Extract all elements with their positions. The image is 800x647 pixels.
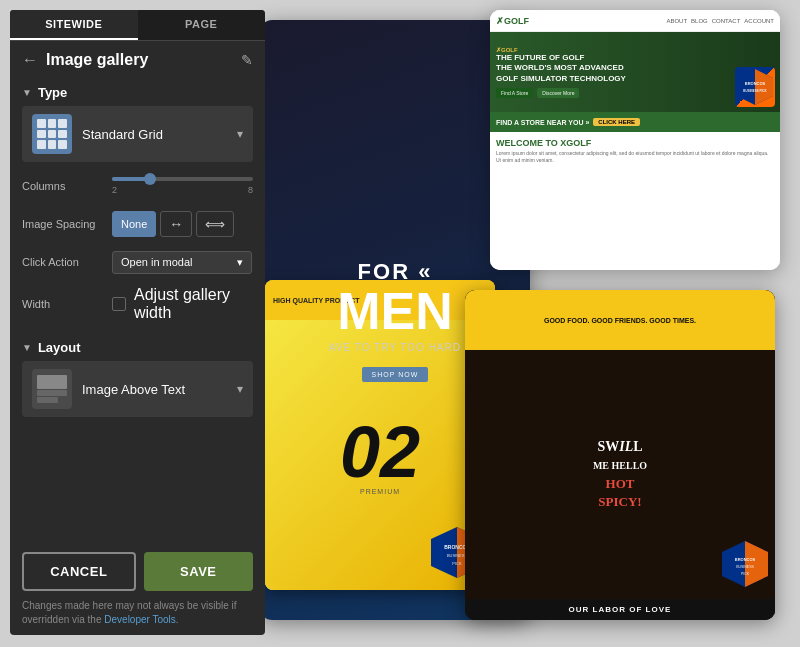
golf-logo: ✗GOLF <box>496 16 529 26</box>
panel-body: ▼ Type Standard Grid ▾ Columns <box>10 77 265 542</box>
golf-btn1: Find A Store <box>496 88 533 98</box>
layout-section-label: Layout <box>38 340 81 355</box>
save-button[interactable]: SAVE <box>144 552 254 591</box>
columns-control: 2 ··· 8 <box>112 177 253 195</box>
width-label: Width <box>22 298 112 310</box>
panel-title: Image gallery <box>46 51 241 69</box>
columns-row: Columns 2 ··· 8 <box>22 172 253 200</box>
spacing-buttons: None ↔ ⟺ <box>112 211 253 237</box>
click-action-row: Click Action Open in modal ▾ <box>22 248 253 276</box>
food-beer-area: BRONCOS BUSINESS PICK <box>720 539 770 589</box>
slider-labels: 2 ··· 8 <box>112 185 253 195</box>
type-section-header[interactable]: ▼ Type <box>22 77 253 106</box>
product-number: 02 <box>340 416 420 488</box>
type-arrow-icon: ▼ <box>22 87 32 98</box>
back-button[interactable]: ← <box>22 51 38 69</box>
developer-tools-link[interactable]: Developer Tools <box>104 614 176 625</box>
food-header: GOOD FOOD. GOOD FRIENDS. GOOD TIMES. <box>465 290 775 350</box>
golf-btn2: Discover More <box>537 88 579 98</box>
tab-page[interactable]: PAGE <box>138 10 266 40</box>
btn-row: CANCEL SAVE <box>22 552 253 591</box>
food-footer-text: OUR LABOR OF LOVE <box>471 605 769 614</box>
svg-text:PICK: PICK <box>741 572 750 576</box>
footer-note-end: . <box>176 614 179 625</box>
edit-icon[interactable]: ✎ <box>241 52 253 68</box>
width-row: Width Adjust gallery width <box>22 286 253 322</box>
food-overlay-text: Swill Me hello HOTSPICY! <box>583 428 657 521</box>
width-checkbox-row: Adjust gallery width <box>112 286 253 322</box>
sc-for-text: FOR « <box>329 259 461 285</box>
width-checkbox-label: Adjust gallery width <box>134 286 253 322</box>
columns-label: Columns <box>22 180 112 192</box>
tab-sitewide[interactable]: SITEWIDE <box>10 10 138 40</box>
screenshot-golf: ✗GOLF ABOUT BLOG CONTACT ACCOUNT ✗GOLF T… <box>490 10 780 270</box>
svg-marker-6 <box>755 69 773 105</box>
golf-badge: BRONCOS BUSINESS PICK <box>735 67 775 107</box>
panel-header: ← Image gallery ✎ <box>10 41 265 77</box>
type-selector-arrow: ▾ <box>237 127 243 141</box>
svg-text:BRONCOS: BRONCOS <box>735 557 756 562</box>
type-selector[interactable]: Standard Grid ▾ <box>22 106 253 162</box>
sc-men-text: MEN <box>329 285 461 337</box>
golf-hero: ✗GOLF THE FUTURE OF GOLFThe World's Most… <box>490 32 780 112</box>
layout-selector-label: Image Above Text <box>82 382 237 397</box>
panel-footer: CANCEL SAVE Changes made here may not al… <box>10 542 265 635</box>
columns-slider[interactable]: 2 ··· 8 <box>112 177 253 195</box>
golf-welcome: WELCOME TO XGOLF Lorem ipsum dolor sit a… <box>490 132 780 170</box>
slider-max: 8 <box>248 185 253 195</box>
slider-min: 2 <box>112 185 117 195</box>
food-footer: OUR LABOR OF LOVE <box>465 599 775 620</box>
svg-text:BUSINESS: BUSINESS <box>736 565 754 569</box>
width-control: Adjust gallery width <box>112 286 253 322</box>
click-action-control: Open in modal ▾ <box>112 251 253 274</box>
layout-section-header[interactable]: ▼ Layout <box>22 332 253 361</box>
click-action-select[interactable]: Open in modal ▾ <box>112 251 252 274</box>
click-action-arrow: ▾ <box>237 256 243 269</box>
image-spacing-row: Image Spacing None ↔ ⟺ <box>22 210 253 238</box>
layout-selector-arrow: ▾ <box>237 382 243 396</box>
spacing-none-btn[interactable]: None <box>112 211 156 237</box>
layout-icon <box>32 369 72 409</box>
slider-thumb[interactable] <box>144 173 156 185</box>
footer-note: Changes made here may not always be visi… <box>22 599 253 627</box>
slider-fill <box>112 177 147 181</box>
golf-nav: ✗GOLF ABOUT BLOG CONTACT ACCOUNT <box>490 10 780 32</box>
settings-panel: SITEWIDE PAGE ← Image gallery ✎ ▼ Type S… <box>10 10 265 635</box>
type-grid-icon <box>32 114 72 154</box>
image-spacing-label: Image Spacing <box>22 218 112 230</box>
golf-click-here: Click Here <box>593 118 640 126</box>
sc-subtext: AVE TO TRY TOO HARD <box>329 342 461 353</box>
click-action-value: Open in modal <box>121 256 193 268</box>
screenshot-food: GOOD FOOD. GOOD FRIENDS. GOOD TIMES. Swi… <box>465 290 775 620</box>
product-label: PREMIUM <box>360 488 400 495</box>
svg-text:BUSINESS PICK: BUSINESS PICK <box>743 89 767 93</box>
layout-selector[interactable]: Image Above Text ▾ <box>22 361 253 417</box>
slider-track <box>112 177 253 181</box>
golf-hero-title: THE FUTURE OF GOLFThe World's Most Advan… <box>496 53 626 84</box>
width-checkbox[interactable] <box>112 297 126 311</box>
click-action-label: Click Action <box>22 256 112 268</box>
food-main: Swill Me hello HOTSPICY! BRONCOS BUSINES… <box>465 350 775 599</box>
tab-bar: SITEWIDE PAGE <box>10 10 265 41</box>
screenshots-area: FOR « MEN AVE TO TRY TOO HARD SHOP NOW B… <box>260 0 800 647</box>
layout-arrow-icon: ▼ <box>22 342 32 353</box>
type-section-label: Type <box>38 85 67 100</box>
svg-marker-15 <box>745 541 768 587</box>
svg-text:PICK: PICK <box>452 561 462 566</box>
golf-green-bar: FIND A STORE NEAR YOU » Click Here <box>490 112 780 132</box>
type-selector-label: Standard Grid <box>82 127 237 142</box>
image-spacing-control: None ↔ ⟺ <box>112 211 253 237</box>
cancel-button[interactable]: CANCEL <box>22 552 136 591</box>
svg-text:BRONCOS: BRONCOS <box>745 81 766 86</box>
spacing-narrow-btn[interactable]: ↔ <box>160 211 192 237</box>
spacing-wide-btn[interactable]: ⟺ <box>196 211 234 237</box>
